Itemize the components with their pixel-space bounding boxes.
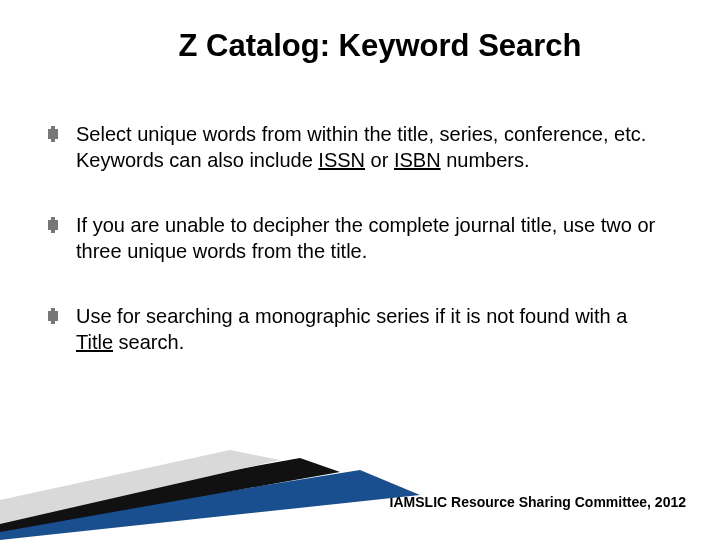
footer-text: IAMSLIC Resource Sharing Committee, 2012 xyxy=(390,494,686,510)
underline-text: ISSN xyxy=(318,149,365,171)
list-item: If you are unable to decipher the comple… xyxy=(48,213,664,264)
underline-text: ISBN xyxy=(394,149,441,171)
svg-marker-2 xyxy=(0,450,280,524)
slide: Z Catalog: Keyword Search Select unique … xyxy=(0,0,720,540)
list-item: Select unique words from within the titl… xyxy=(48,122,664,173)
text: If you are unable to decipher the comple… xyxy=(76,214,655,262)
svg-marker-1 xyxy=(0,458,340,532)
page-title: Z Catalog: Keyword Search xyxy=(48,28,672,64)
bullet-list: Select unique words from within the titl… xyxy=(48,122,672,356)
svg-marker-0 xyxy=(0,470,420,540)
text: Use for searching a monographic series i… xyxy=(76,305,627,327)
corner-graphic xyxy=(0,450,420,540)
text: or xyxy=(365,149,394,171)
text: numbers. xyxy=(441,149,530,171)
text: search. xyxy=(113,331,184,353)
list-item: Use for searching a monographic series i… xyxy=(48,304,664,355)
underline-text: Title xyxy=(76,331,113,353)
